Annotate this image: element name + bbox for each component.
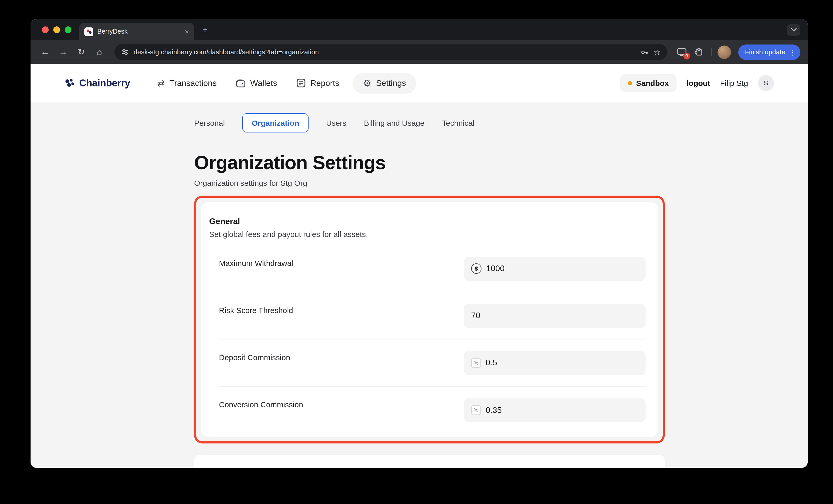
nav-label: Reports <box>310 78 339 88</box>
reports-icon <box>297 79 306 87</box>
field-maximum-withdrawal: Maximum Withdrawal $ 1000 <box>219 245 646 292</box>
extensions-puzzle-icon[interactable] <box>692 45 706 59</box>
browser-menu-icon[interactable]: ⋮ <box>789 48 796 56</box>
field-value: 0.5 <box>485 358 497 368</box>
extension-badge: 9 <box>683 52 690 59</box>
field-value: 1000 <box>486 264 504 273</box>
field-label: Risk Score Threshold <box>219 306 464 314</box>
brand-name: Chainberry <box>79 77 130 89</box>
field-label: Deposit Commission <box>219 353 464 362</box>
home-icon[interactable]: ⌂ <box>92 45 106 59</box>
nav-item-settings[interactable]: ⚙ Settings <box>353 73 416 93</box>
gear-icon: ⚙ <box>363 78 372 88</box>
address-bar[interactable]: desk-stg.chainberry.com/dashboard/settin… <box>114 44 667 60</box>
web-page: Chainberry ⇄ Transactions <box>30 64 808 468</box>
finish-update-label: Finish update <box>745 48 785 56</box>
field-label: Conversion Commission <box>219 400 464 409</box>
settings-tabs: Personal Organization Users Billing and … <box>194 113 808 132</box>
user-name: Filip Stg <box>720 79 748 87</box>
berrydesk-favicon <box>85 27 93 36</box>
tab-organization[interactable]: Organization <box>242 113 308 132</box>
nav-label: Wallets <box>250 78 277 88</box>
chainberry-logo-icon <box>64 78 76 88</box>
bookmark-star-icon[interactable]: ☆ <box>653 47 661 57</box>
user-avatar[interactable]: S <box>758 75 774 91</box>
dollar-icon: $ <box>471 263 481 274</box>
maximum-withdrawal-input[interactable]: $ 1000 <box>464 256 646 281</box>
nav-label: Settings <box>376 78 406 88</box>
back-icon[interactable]: ← <box>38 45 52 59</box>
reload-icon[interactable]: ↻ <box>74 45 89 59</box>
browser-window: BerryDesk × + ← → ↻ ⌂ desk-st <box>30 19 808 468</box>
field-deposit-commission: Deposit Commission % 0.5 <box>219 339 646 386</box>
browser-titlebar: BerryDesk × + <box>30 19 808 40</box>
fields-list: Maximum Withdrawal $ 1000 Risk Score Thr… <box>201 245 658 434</box>
nav-item-transactions[interactable]: ⇄ Transactions <box>151 73 223 93</box>
settings-content: Personal Organization Users Billing and … <box>30 102 808 468</box>
browser-toolbar: ← → ↻ ⌂ desk-stg.chainberry.com/dashboar… <box>30 40 808 64</box>
window-controls <box>42 26 71 33</box>
tab-personal[interactable]: Personal <box>194 114 225 132</box>
general-settings-card: General Set global fees and payout rules… <box>201 202 658 437</box>
chainberry-logo[interactable]: Chainberry <box>64 77 130 89</box>
site-settings-icon[interactable] <box>121 48 129 56</box>
percent-icon: % <box>471 405 481 415</box>
new-tab-button[interactable]: + <box>203 25 208 35</box>
nav-item-reports[interactable]: Reports <box>291 73 346 93</box>
browser-tab[interactable]: BerryDesk × <box>79 23 194 40</box>
nav-item-wallets[interactable]: Wallets <box>230 73 283 93</box>
highlight-annotation: General Set global fees and payout rules… <box>194 196 665 444</box>
conversion-commission-input[interactable]: % 0.35 <box>464 398 646 422</box>
finish-update-button[interactable]: Finish update ⋮ <box>738 44 801 60</box>
field-value: 0.35 <box>485 405 502 415</box>
environment-label: Sandbox <box>636 79 669 87</box>
tab-users[interactable]: Users <box>326 114 346 132</box>
nav-label: Transactions <box>170 78 217 88</box>
minimize-window-button[interactable] <box>53 26 60 33</box>
extension-notification-icon[interactable]: 9 <box>675 45 689 59</box>
page-subtitle: Organization settings for Stg Org <box>194 178 808 187</box>
next-card-partial <box>194 455 665 468</box>
url-text[interactable]: desk-stg.chainberry.com/dashboard/settin… <box>134 48 636 56</box>
toolbar-separator <box>711 48 712 56</box>
tab-search-button[interactable] <box>787 24 801 35</box>
deposit-commission-input[interactable]: % 0.5 <box>464 351 646 375</box>
main-nav: ⇄ Transactions Wallets <box>151 73 416 93</box>
browser-profile-avatar[interactable] <box>718 45 731 59</box>
tab-technical[interactable]: Technical <box>442 114 475 132</box>
card-title: General <box>209 217 650 226</box>
forward-icon[interactable]: → <box>56 45 70 59</box>
chevron-down-icon <box>791 28 796 31</box>
card-description: Set global fees and payout rules for all… <box>209 230 650 238</box>
tab-billing-and-usage[interactable]: Billing and Usage <box>364 114 425 132</box>
transactions-icon: ⇄ <box>157 78 165 88</box>
wallet-icon <box>236 79 246 87</box>
zoom-window-button[interactable] <box>65 26 71 33</box>
tab-title: BerryDesk <box>97 28 181 35</box>
password-key-icon[interactable] <box>641 48 649 56</box>
page-title: Organization Settings <box>194 152 808 174</box>
environment-dot-icon <box>628 81 632 85</box>
field-risk-score-threshold: Risk Score Threshold 70 <box>219 292 646 339</box>
logout-button[interactable]: logout <box>687 79 710 87</box>
header-right: Sandbox logout Filip Stg S <box>620 74 774 92</box>
percent-icon: % <box>471 358 481 368</box>
field-value: 70 <box>471 311 480 320</box>
close-window-button[interactable] <box>42 26 49 33</box>
site-header: Chainberry ⇄ Transactions <box>30 64 808 102</box>
environment-badge: Sandbox <box>620 74 677 92</box>
tab-close-icon[interactable]: × <box>185 27 189 36</box>
risk-score-threshold-input[interactable]: 70 <box>464 303 646 328</box>
field-conversion-commission: Conversion Commission % 0.35 <box>219 386 646 434</box>
field-label: Maximum Withdrawal <box>219 259 464 268</box>
screen: BerryDesk × + ← → ↻ ⌂ desk-st <box>0 0 833 504</box>
